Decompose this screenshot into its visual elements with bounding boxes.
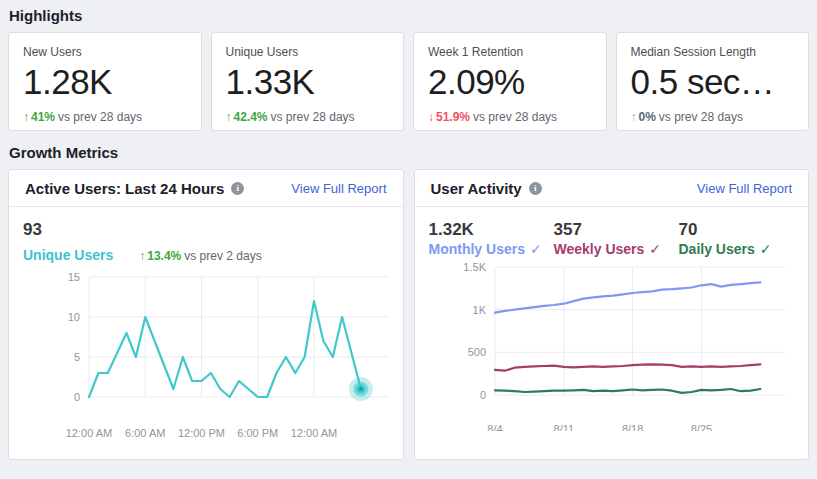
kpi-compare-text: vs prev 28 days [58, 110, 142, 124]
svg-text:12:00 AM: 12:00 AM [291, 427, 337, 437]
svg-text:12:00 PM: 12:00 PM [178, 427, 225, 437]
legend-label-text: Daily Users [679, 241, 755, 257]
check-icon: ✓ [649, 241, 661, 257]
legend-stat-weekly-users[interactable]: 357 Weekly Users✓ [554, 220, 679, 257]
user-activity-legend-row: 1.32K Monthly Users✓ 357 Weekly Users✓ 7… [429, 220, 807, 257]
kpi-delta: ↓51.9%vs prev 28 days [428, 110, 592, 124]
legend-label-text: Weekly Users [554, 241, 645, 257]
legend-stat-monthly-users[interactable]: 1.32K Monthly Users✓ [429, 220, 554, 257]
up-arrow-icon: ↑ [139, 249, 145, 263]
active-users-stat-value: 93 [23, 220, 401, 240]
kpi-delta-percent: 42.4% [234, 110, 268, 124]
svg-text:12:00 AM: 12:00 AM [66, 427, 112, 437]
svg-text:6:00 PM: 6:00 PM [237, 427, 278, 437]
active-users-card-header: Active Users: Last 24 Hours i View Full … [9, 170, 403, 207]
kpi-label: Week 1 Retention [428, 45, 592, 59]
kpi-card-unique-users: Unique Users 1.33K ↑42.4%vs prev 28 days [211, 32, 405, 131]
svg-text:0: 0 [479, 389, 485, 401]
info-icon[interactable]: i [529, 182, 542, 195]
kpi-value: 1.33K [226, 62, 390, 102]
active-users-stat-line: Unique Users ↑13.4%vs prev 2 days [23, 241, 401, 263]
active-users-compare-text: vs prev 2 days [184, 249, 261, 263]
svg-text:500: 500 [467, 346, 485, 358]
user-activity-card-header: User Activity i View Full Report [415, 170, 809, 207]
active-users-stat-label: Unique Users [23, 247, 113, 263]
user-activity-line-chart[interactable]: 05001K1.5K8/48/118/188/25 [429, 259, 801, 431]
up-arrow-icon: ↑ [23, 110, 29, 124]
svg-text:8/18: 8/18 [621, 423, 642, 431]
analytics-dashboard: Highlights New Users 1.28K ↑41%vs prev 2… [0, 0, 817, 479]
check-icon: ✓ [530, 241, 542, 257]
legend-stat-daily-users[interactable]: 70 Daily Users✓ [679, 220, 804, 257]
svg-text:1.5K: 1.5K [463, 261, 486, 273]
highlights-cards-row: New Users 1.28K ↑41%vs prev 28 days Uniq… [8, 32, 809, 131]
legend-stat-value: 357 [554, 220, 679, 240]
svg-text:1K: 1K [472, 304, 486, 316]
svg-text:8/4: 8/4 [487, 423, 502, 431]
view-full-report-link[interactable]: View Full Report [697, 181, 792, 196]
legend-stat-value: 1.32K [429, 220, 554, 240]
kpi-delta: ↑0%vs prev 28 days [631, 110, 795, 124]
up-arrow-icon: ↑ [631, 110, 637, 124]
kpi-delta: ↑42.4%vs prev 28 days [226, 110, 390, 124]
kpi-compare-text: vs prev 28 days [473, 110, 557, 124]
kpi-label: Unique Users [226, 45, 390, 59]
kpi-delta-percent: 41% [31, 110, 55, 124]
kpi-delta-percent: 51.9% [436, 110, 470, 124]
kpi-delta-percent: 0% [639, 110, 656, 124]
svg-text:0: 0 [74, 391, 80, 403]
active-users-card: Active Users: Last 24 Hours i View Full … [8, 169, 404, 460]
svg-text:6:00 AM: 6:00 AM [125, 427, 165, 437]
kpi-card-week1-retention: Week 1 Retention 2.09% ↓51.9%vs prev 28 … [413, 32, 607, 131]
kpi-value: 1.28K [23, 62, 187, 102]
svg-text:5: 5 [74, 351, 80, 363]
active-users-line-chart[interactable]: 05101512:00 AM6:00 AM12:00 PM6:00 PM12:0… [23, 265, 395, 437]
kpi-label: Median Session Length [631, 45, 795, 59]
check-icon: ✓ [760, 241, 772, 257]
legend-stat-label: Monthly Users✓ [429, 241, 554, 257]
kpi-delta: ↑41%vs prev 28 days [23, 110, 187, 124]
info-icon[interactable]: i [231, 182, 244, 195]
growth-metrics-cards-row: Active Users: Last 24 Hours i View Full … [8, 169, 809, 460]
highlights-section-title: Highlights [9, 7, 809, 24]
kpi-value: 0.5 sec… [631, 62, 795, 102]
kpi-value: 2.09% [428, 62, 592, 102]
active-users-delta-percent: 13.4% [147, 249, 181, 263]
svg-text:8/11: 8/11 [553, 423, 574, 431]
user-activity-card-body: 1.32K Monthly Users✓ 357 Weekly Users✓ 7… [415, 207, 809, 459]
user-activity-card-title: User Activity [431, 180, 522, 197]
svg-text:15: 15 [68, 271, 80, 283]
kpi-compare-text: vs prev 28 days [271, 110, 355, 124]
svg-text:10: 10 [68, 311, 80, 323]
user-activity-card: User Activity i View Full Report 1.32K M… [414, 169, 810, 460]
kpi-card-median-session-length: Median Session Length 0.5 sec… ↑0%vs pre… [616, 32, 810, 131]
legend-stat-label: Daily Users✓ [679, 241, 804, 257]
view-full-report-link[interactable]: View Full Report [291, 181, 386, 196]
up-arrow-icon: ↑ [226, 110, 232, 124]
legend-stat-label: Weekly Users✓ [554, 241, 679, 257]
kpi-compare-text: vs prev 28 days [659, 110, 743, 124]
growth-metrics-section-title: Growth Metrics [9, 144, 809, 161]
legend-label-text: Monthly Users [429, 241, 525, 257]
active-users-card-body: 93 Unique Users ↑13.4%vs prev 2 days 051… [9, 207, 403, 459]
kpi-card-new-users: New Users 1.28K ↑41%vs prev 28 days [8, 32, 202, 131]
svg-text:8/25: 8/25 [690, 423, 711, 431]
legend-stat-value: 70 [679, 220, 804, 240]
kpi-label: New Users [23, 45, 187, 59]
active-users-card-title: Active Users: Last 24 Hours [25, 180, 224, 197]
active-users-delta: ↑13.4%vs prev 2 days [139, 249, 261, 263]
down-arrow-icon: ↓ [428, 110, 434, 124]
